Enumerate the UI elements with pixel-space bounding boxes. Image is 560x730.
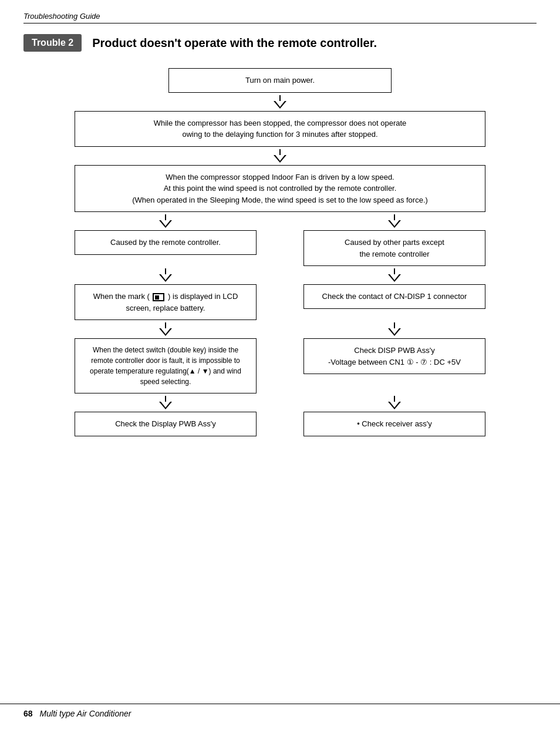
arrow1 (274, 95, 286, 109)
page-container: Troubleshooting Guide Trouble 2 Product … (0, 0, 560, 730)
footer-page: 68 (23, 709, 33, 718)
arrow2-line (279, 149, 281, 155)
left-col-arrow2 (75, 266, 257, 284)
header-title: Troubleshooting Guide (23, 12, 100, 21)
arrow4-right (388, 268, 401, 282)
left-box1: Caused by the remote controller. (75, 230, 257, 255)
step3-text: When the compressor stopped Indoor Fan i… (132, 173, 428, 204)
split-box-row1: Caused by the remote controller. Caused … (75, 230, 485, 266)
right-box3-text: Check DISP PWB Ass'y-Voltage between CN1… (328, 346, 461, 366)
left-col2: When the mark ( ) is displayed in LCDscr… (75, 284, 257, 320)
split-arrows-row4 (75, 393, 485, 412)
footer: 68 Multi type Air Conditioner (0, 704, 560, 718)
left-box2: When the mark ( ) is displayed in LCDscr… (75, 284, 257, 320)
trouble-row: Trouble 2 Product doesn't operate with t… (23, 34, 537, 52)
left-box4: Check the Display PWB Ass'y (75, 412, 257, 436)
right-col1: Caused by other parts exceptthe remote c… (303, 230, 485, 266)
right-box4-text: • Check receiver ass'y (357, 419, 432, 428)
arrow5-left (159, 322, 172, 336)
flowchart: Turn on main power. While the compressor… (23, 68, 537, 436)
step2-box: While the compressor has been stopped, t… (75, 111, 485, 147)
arrow1-head (274, 101, 286, 109)
right-box3: Check DISP PWB Ass'y-Voltage between CN1… (303, 338, 485, 374)
split-box-row4: Check the Display PWB Ass'y • Check rece… (75, 412, 485, 436)
step2-text: While the compressor has been stopped, t… (154, 119, 407, 139)
left-box3-text: When the detect switch (double key) insi… (90, 346, 241, 386)
right-col3: Check DISP PWB Ass'y-Voltage between CN1… (303, 338, 485, 393)
arrow6-right (388, 396, 401, 409)
arrow6-left (159, 396, 172, 409)
arrow3-right (388, 214, 401, 228)
arrow1-line (279, 95, 281, 101)
split-arrows-row2 (75, 266, 485, 284)
left-col-arrow4 (75, 393, 257, 412)
split-box-row2: When the mark ( ) is displayed in LCDscr… (75, 284, 485, 320)
footer-description: Multi type Air Conditioner (40, 709, 131, 718)
left-col-arrow3 (75, 320, 257, 338)
trouble-badge: Trouble 2 (23, 34, 82, 52)
right-col-arrow4 (303, 393, 485, 412)
right-box4: • Check receiver ass'y (303, 412, 485, 436)
split-box-row3: When the detect switch (double key) insi… (75, 338, 485, 393)
right-box2: Check the contact of CN-DISP 1 connector (303, 284, 485, 309)
left-box1-text: Caused by the remote controller. (110, 238, 221, 247)
right-col2: Check the contact of CN-DISP 1 connector (303, 284, 485, 320)
arrow2-head (274, 155, 286, 163)
header-line: Troubleshooting Guide (23, 12, 537, 23)
left-col1: Caused by the remote controller. (75, 230, 257, 266)
right-col-arrow2 (303, 266, 485, 284)
right-box1: Caused by other parts exceptthe remote c… (303, 230, 485, 266)
left-box3: When the detect switch (double key) insi… (75, 338, 257, 393)
split-arrows-row3 (75, 320, 485, 338)
left-col-arrow (75, 212, 257, 230)
arrow3-left (159, 214, 172, 228)
step1-box: Turn on main power. (168, 68, 392, 93)
step1-text: Turn on main power. (245, 76, 315, 85)
trouble-heading: Product doesn't operate with the remote … (92, 36, 377, 50)
right-col-arrow3 (303, 320, 485, 338)
right-box2-text: Check the contact of CN-DISP 1 connector (322, 292, 467, 301)
split-arrows-row (75, 212, 485, 230)
left-col4: Check the Display PWB Ass'y (75, 412, 257, 436)
right-box1-text: Caused by other parts exceptthe remote c… (345, 238, 444, 258)
left-box2-text: When the mark ( ) is displayed in LCDscr… (93, 292, 238, 312)
step3-box: When the compressor stopped Indoor Fan i… (75, 165, 485, 213)
arrow2 (274, 149, 286, 163)
arrow4-left (159, 268, 172, 282)
right-col-arrow (303, 212, 485, 230)
right-col4: • Check receiver ass'y (303, 412, 485, 436)
left-col3: When the detect switch (double key) insi… (75, 338, 257, 393)
arrow5-right (388, 322, 401, 336)
left-box4-text: Check the Display PWB Ass'y (115, 419, 216, 428)
